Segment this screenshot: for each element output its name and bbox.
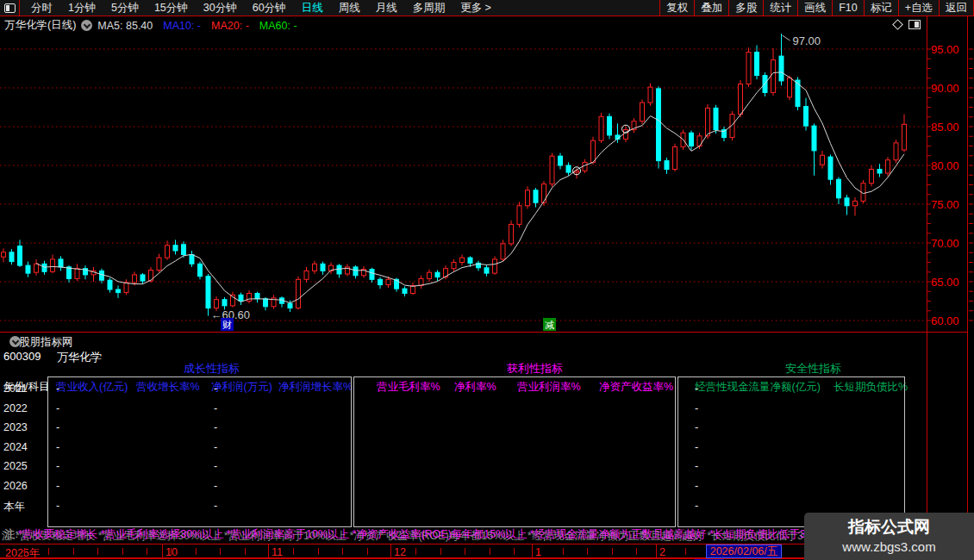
cell-value: - (56, 500, 59, 512)
axis-tick (656, 544, 657, 558)
period-周线[interactable]: 周线 (331, 1, 368, 16)
axis-tick (318, 548, 319, 555)
table-row-2024: 2024--- (0, 441, 974, 460)
site-watermark: 指标公式网 www.zbgs3.com (804, 513, 974, 560)
split-window-icon (4, 3, 16, 13)
period-日线[interactable]: 日线 (294, 1, 331, 16)
action-复权[interactable]: 复权 (659, 0, 694, 16)
action-统计[interactable]: 统计 (763, 0, 797, 16)
period-menu: 分时1分钟5分钟15分钟30分钟60分钟日线周线月线多周期更多 > (23, 0, 659, 16)
year-label: 2025 (3, 460, 28, 472)
axis-tick (171, 548, 172, 555)
axis-tick (514, 548, 515, 555)
cell-value: - (695, 421, 698, 433)
axis-tick (532, 544, 533, 558)
date-label-12: 12 (394, 546, 406, 558)
axis-tick (24, 548, 25, 555)
action-返回[interactable]: 返回 (939, 0, 973, 16)
table-row-2026: 2026--- (0, 480, 974, 499)
layout-toggle-button[interactable] (0, 0, 20, 16)
cell-value: - (214, 421, 217, 433)
cell-value: - (214, 383, 217, 395)
cell-value: - (56, 480, 59, 492)
cell-value: - (695, 480, 698, 492)
year-label: 2026 (3, 480, 28, 492)
action-标记[interactable]: 标记 (864, 0, 898, 16)
axis-tick (220, 548, 221, 555)
axis-tick (73, 548, 74, 555)
axis-tick (245, 548, 246, 555)
period-多周期[interactable]: 多周期 (405, 1, 453, 16)
axis-tick (440, 548, 441, 555)
action-画线[interactable]: 画线 (797, 0, 832, 16)
financial-indicator-panel: 股朋指标网 600309 万华化学 成长性指标 获利性指标 安全性指标 年份/科… (0, 333, 974, 528)
svg-text:90.00: 90.00 (931, 82, 959, 95)
period-15分钟[interactable]: 15分钟 (147, 1, 196, 16)
period-60分钟[interactable]: 60分钟 (245, 1, 294, 16)
svg-text:75.00: 75.00 (931, 198, 959, 211)
action-F10[interactable]: F10 (832, 0, 864, 16)
axis-tick (612, 548, 613, 555)
cell-value: - (214, 480, 217, 492)
cell-value: - (695, 383, 698, 395)
svg-text:80.00: 80.00 (931, 159, 959, 172)
toolbar: 分时1分钟5分钟15分钟30分钟60分钟日线周线月线多周期更多 > 复权叠加多股… (0, 0, 974, 16)
table-row-2022: 2022--- (0, 402, 974, 421)
cell-value: - (214, 460, 217, 472)
cell-value: - (695, 441, 698, 453)
date-label-2: 2 (659, 546, 665, 558)
year-label: 2021 (3, 383, 28, 395)
svg-text:65.00: 65.00 (931, 276, 959, 289)
cell-value: - (695, 402, 698, 414)
stock-trading-app: 分时1分钟5分钟15分钟30分钟60分钟日线周线月线多周期更多 > 复权叠加多股… (0, 0, 974, 560)
cell-value: - (695, 500, 698, 512)
cell-value: - (56, 402, 59, 414)
period-更多 >[interactable]: 更多 > (453, 1, 499, 16)
axis-tick (636, 548, 637, 555)
action-多股[interactable]: 多股 (728, 0, 763, 16)
axis-tick (48, 548, 49, 555)
axis-tick (293, 548, 294, 555)
action-+自选[interactable]: +自选 (898, 0, 939, 16)
axis-tick (122, 548, 123, 555)
axis-tick (490, 548, 490, 555)
note-text: 注:*营收要稳定增长 *营业毛利率选择30%以上 *营业利润率高于10%以上 *… (4, 527, 876, 542)
year-label: 2024 (3, 441, 28, 453)
table-row-2023: 2023--- (0, 421, 974, 440)
period-月线[interactable]: 月线 (368, 1, 405, 16)
watermark-title: 指标公式网 (804, 516, 974, 538)
axis-tick (538, 548, 539, 555)
stock-code: 600309 (3, 350, 41, 363)
axis-tick (367, 548, 368, 555)
axis-tick (97, 548, 98, 555)
axis-tick (587, 548, 588, 555)
date-label-11: 11 (272, 546, 283, 558)
cell-value: - (56, 421, 59, 433)
year-label: 本年 (3, 500, 25, 514)
cell-value: - (56, 441, 59, 453)
svg-text:减: 减 (545, 320, 554, 330)
svg-text:财: 财 (222, 320, 232, 330)
period-1分钟[interactable]: 1分钟 (60, 1, 103, 16)
current-date-badge: 2026/02/06/五 (706, 544, 782, 558)
svg-text:60.00: 60.00 (931, 314, 959, 327)
section-title-profit: 获利性指标 (507, 361, 563, 376)
period-30分钟[interactable]: 30分钟 (196, 1, 245, 16)
axis-tick (390, 544, 391, 558)
axis-tick (268, 544, 269, 558)
axis-tick (196, 548, 197, 555)
svg-text:70.00: 70.00 (931, 237, 959, 250)
axis-tick (563, 548, 564, 555)
axis-tick (147, 548, 147, 555)
cell-value: - (214, 402, 217, 414)
axis-tick (415, 548, 416, 555)
period-5分钟[interactable]: 5分钟 (103, 1, 147, 16)
svg-text:97.00: 97.00 (793, 34, 821, 47)
candlestick-chart[interactable]: 95.0090.0085.0080.0075.0070.0065.0060.00… (0, 16, 974, 333)
action-叠加[interactable]: 叠加 (694, 0, 728, 16)
year-label: 2023 (3, 421, 28, 433)
axis-tick (465, 548, 465, 555)
period-分时[interactable]: 分时 (23, 1, 60, 16)
stock-name: 万华化学 (57, 350, 102, 365)
year-label: 2022 (3, 402, 28, 414)
